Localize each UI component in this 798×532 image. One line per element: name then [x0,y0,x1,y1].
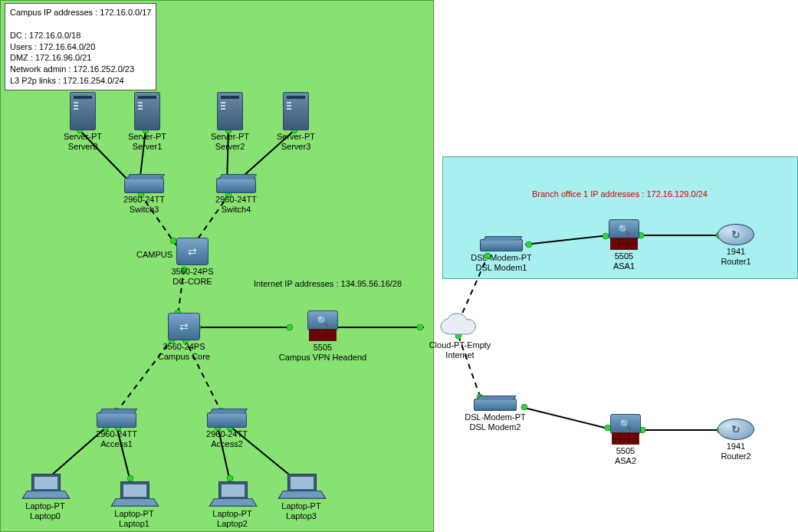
switch-icon [97,412,136,428]
device-name: DSL Modem1 [476,263,527,272]
device-model: 5505 [314,343,332,352]
label-internet-ip[interactable]: Internet IP addresses : 134.95.56.16/28 [254,279,402,288]
device-name: ASA2 [615,456,636,465]
topology-canvas[interactable]: Campus IP addresses : 172.16.0.0/17 DC :… [0,0,798,532]
device-name: Internet [445,350,474,360]
device-name: Access1 [100,439,133,448]
router-icon [718,224,754,245]
device-name: Laptop3 [286,511,317,521]
device-model: Server-PT [211,132,249,141]
device-laptop3[interactable]: Laptop-PTLaptop3 [274,474,328,521]
laptop-icon [214,481,251,507]
device-name: Server2 [215,142,245,151]
device-name: Server3 [281,142,311,151]
device-name: Laptop1 [119,519,149,528]
laptop-icon [116,481,153,507]
device-model: 5505 [616,446,635,455]
device-model: Server-PT [128,132,166,141]
device-dc-core[interactable]: 3560-24PSDC-CORE [166,238,219,286]
device-name: Server0 [68,142,98,151]
device-asa2[interactable]: 🔍 5505ASA2 [603,414,649,465]
device-vpn-headend[interactable]: 🔍 5505Campus VPN Headend [273,310,373,362]
laptop-icon [283,474,320,500]
device-model: Laptop-PT [212,509,251,518]
device-model: 2960-24TT [206,429,248,438]
device-server0[interactable]: Server-PTServer0 [60,92,106,151]
device-switch4[interactable]: 2960-24TTSwitch4 [205,178,267,214]
router-icon [718,419,754,440]
device-name: Router2 [721,452,750,461]
device-name: Switch4 [222,205,251,214]
label-branch-ip[interactable]: Branch office 1 IP addresses : 172.16.12… [532,189,708,199]
device-cloud-internet[interactable]: Cloud-PT-EmptyInternet [422,313,498,360]
device-model: Laptop-PT [114,509,153,518]
device-server2[interactable]: Server-PTServer2 [207,92,253,151]
device-model: Cloud-PT-Empty [429,340,491,350]
device-name: ASA1 [613,261,635,271]
cloud-icon [437,313,483,339]
device-laptop2[interactable]: Laptop-PTLaptop2 [205,481,259,528]
switch-icon [216,178,256,193]
device-router1[interactable]: 1941Router1 [713,224,759,266]
device-access2[interactable]: 2960-24TTAccess2 [196,412,258,448]
device-router2[interactable]: 1941Router2 [713,419,759,461]
device-model: DSL-Modem-PT [465,412,525,422]
device-asa1[interactable]: 🔍 5505ASA1 [601,219,647,271]
switch-icon [207,412,247,428]
device-server3[interactable]: Server-PTServer3 [273,92,319,151]
device-laptop1[interactable]: Laptop-PTLaptop1 [107,481,161,528]
device-name: Laptop0 [30,511,61,521]
device-name: Router1 [721,257,750,266]
device-model: 1941 [727,247,745,256]
device-model: 1941 [727,442,745,451]
device-name: Campus VPN Headend [279,353,366,362]
device-model: 3560-24PS [171,267,213,276]
svg-line-12 [521,407,611,429]
device-name: Switch3 [130,205,159,214]
device-model: Laptop-PT [281,501,320,511]
modem-icon [480,239,523,251]
device-name: DC-CORE [172,277,212,286]
device-model: 2960-24TT [215,195,257,204]
device-dsl-modem1[interactable]: DSL-Modem-PTDSL Modem1 [463,239,540,272]
device-model: Server-PT [64,132,102,141]
device-model: DSL-Modem-PT [471,253,531,262]
note-campus-ip[interactable]: Campus IP addresses : 172.16.0.0/17 DC :… [5,3,156,90]
device-model: 2960-24TT [123,195,165,204]
modem-icon [474,399,517,411]
device-server1[interactable]: Server-PTServer1 [124,92,170,151]
laptop-icon [27,474,64,500]
device-model: 2960-24TT [96,429,137,438]
firewall-icon: 🔍 [307,310,338,341]
l3switch-icon [168,313,200,340]
device-campus-core[interactable]: 3560-24PSCampus Core [153,313,215,361]
server-icon [283,92,309,130]
firewall-icon: 🔍 [610,414,641,445]
device-model: 3560-24PS [163,342,205,351]
device-switch3[interactable]: 2960-24TTSwitch3 [113,178,175,214]
server-icon [217,92,243,130]
server-icon [134,92,160,130]
device-access1[interactable]: 2960-24TTAccess1 [86,412,147,448]
device-name: DSL Modem2 [470,422,521,432]
device-name: Server1 [133,142,163,151]
device-model: 5505 [615,251,633,261]
device-laptop0[interactable]: Laptop-PTLaptop0 [18,474,72,521]
device-model: Laptop-PT [25,501,64,511]
device-model: Server-PT [277,132,315,141]
switch-icon [124,178,164,193]
server-icon [70,92,96,130]
firewall-icon: 🔍 [609,219,639,250]
device-name: Campus Core [158,352,210,361]
device-name: Laptop2 [217,519,248,528]
device-dsl-modem2[interactable]: DSL-Modem-PTDSL Modem2 [457,399,534,432]
device-name: Access2 [211,439,243,448]
l3switch-icon [176,238,209,265]
